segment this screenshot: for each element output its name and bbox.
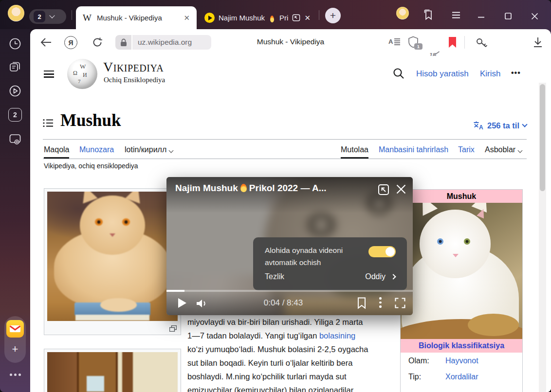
wiki-link[interactable]: bolasining: [319, 331, 355, 340]
tabs-panel-icon[interactable]: 2: [8, 108, 22, 122]
site-security-button[interactable]: [115, 35, 131, 50]
minimize-button[interactable]: [478, 17, 484, 18]
account-avatar[interactable]: [396, 7, 409, 19]
tab-manbasini-tahrirlash[interactable]: Manbasini tahrirlash: [379, 145, 448, 154]
tab-mutolaa[interactable]: Mutolaa: [341, 145, 368, 154]
video-time: 0:04 / 8:43: [244, 298, 322, 308]
chevron-down-icon: [169, 148, 174, 153]
tab-tarix[interactable]: Tarix: [458, 145, 475, 154]
pip-header: Najim MushukPrikol 2022 — A...: [166, 177, 413, 213]
reader-mode-icon[interactable]: A: [388, 38, 400, 46]
bookmark-video-icon[interactable]: [356, 297, 367, 309]
wiki-more-icon[interactable]: •••: [511, 69, 521, 77]
chevron-down-icon: [518, 148, 523, 153]
volume-icon[interactable]: [196, 298, 208, 309]
video-controls: 0:04 / 8:43: [166, 292, 413, 315]
browser-sidebar: 2 +: [0, 29, 30, 392]
menu-icon[interactable]: [452, 12, 460, 18]
globe-glyph: W: [80, 63, 86, 71]
adblock-shield-icon[interactable]: 1: [408, 36, 421, 49]
tabs-count: 2: [13, 111, 17, 119]
reader-glyph: A: [388, 38, 393, 45]
picture-in-picture-icon[interactable]: [292, 14, 300, 21]
yandex-services-button[interactable]: Я: [64, 36, 77, 49]
video-site-favicon: [204, 13, 215, 23]
tab-variant-selector[interactable]: lotin/кирилл: [125, 145, 173, 154]
taxobox-section-title[interactable]: Biologik klassifikatsiya: [401, 339, 522, 353]
row-label: Olam:: [408, 356, 429, 365]
screenshot-icon[interactable]: [8, 132, 22, 146]
wikipedia-logo[interactable]: W Ω И 7: [67, 59, 97, 89]
tab-close-icon[interactable]: ✕: [304, 14, 311, 22]
pip-close-icon[interactable]: [396, 184, 406, 195]
download-icon[interactable]: [533, 36, 543, 48]
row-label: Tip:: [408, 373, 421, 381]
fullscreen-icon[interactable]: [394, 297, 406, 309]
feed-pages-icon[interactable]: [8, 60, 22, 74]
tab-close-icon[interactable]: ✕: [184, 14, 190, 22]
speed-value[interactable]: Oddiy: [365, 272, 386, 281]
wiki-link[interactable]: Hayvonot: [445, 356, 478, 365]
globe-glyph: Ω: [73, 70, 77, 77]
collections-flag-icon[interactable]: [422, 9, 434, 21]
video-progress-bar[interactable]: [166, 290, 413, 292]
video-more-icon[interactable]: [379, 297, 382, 308]
close-window-button[interactable]: [531, 13, 538, 20]
address-bar[interactable]: uz.wikipedia.org: [132, 35, 211, 50]
tab-group-pill[interactable]: 2: [29, 9, 66, 24]
new-tab-button[interactable]: +: [325, 8, 341, 23]
tab-title: Mushuk - Vikipediya: [97, 14, 178, 22]
globe-glyph: 7: [78, 78, 81, 84]
wiki-menu-icon[interactable]: [44, 71, 54, 78]
enlarge-icon[interactable]: [169, 325, 177, 332]
profile-avatar[interactable]: [8, 5, 24, 21]
svg-text:A: A: [479, 124, 483, 130]
wiki-wordmark[interactable]: Vikipediya: [103, 60, 164, 74]
toggle-knob: [386, 247, 395, 256]
tab-maqola[interactable]: Maqola: [44, 145, 69, 154]
password-key-icon[interactable]: [475, 36, 489, 49]
language-count: 256 ta til: [487, 121, 519, 130]
tab-video[interactable]: Najim Mushuk Pri ✕: [200, 6, 315, 29]
tab-asboblar[interactable]: Asboblar: [485, 145, 522, 154]
maximize-button[interactable]: [505, 13, 512, 19]
article-figure-cat2[interactable]: [44, 349, 181, 392]
cat-on-book-image: [47, 192, 178, 321]
back-to-tab-icon[interactable]: [377, 183, 390, 196]
autopip-toggle[interactable]: [368, 246, 396, 257]
tab-wikipedia[interactable]: W Mushuk - Vikipediya ✕: [76, 6, 197, 29]
yandex-mail-icon[interactable]: [6, 320, 24, 338]
page-scrollbar[interactable]: [539, 83, 546, 392]
toc-icon[interactable]: [43, 119, 54, 127]
bookmark-filled-icon[interactable]: [449, 37, 456, 48]
play-button[interactable]: [178, 298, 186, 308]
video-play-icon[interactable]: [8, 84, 22, 98]
refresh-icon[interactable]: [92, 36, 103, 48]
blocked-count-badge: 1: [414, 43, 422, 50]
language-selector[interactable]: A 256 ta til: [473, 121, 527, 130]
speed-label: Tezlik: [265, 272, 284, 281]
wiki-link[interactable]: Xordalilar: [445, 373, 478, 381]
paragraph-line-clipped: emizuvchilar (kemiruvchilar) bilan oziql…: [187, 383, 353, 392]
search-icon[interactable]: [392, 67, 405, 80]
page-title: Mushuk - Vikipediya: [257, 37, 324, 46]
pip-video-overlay[interactable]: Najim MushukPrikol 2022 — A... Alohida o…: [166, 177, 413, 315]
login-link[interactable]: Kirish: [480, 69, 501, 79]
history-icon[interactable]: [8, 37, 22, 51]
progress-played: [166, 290, 184, 292]
taxobox-row: Tip: Xordalilar: [401, 369, 522, 385]
pip-settings-popup: Alohida oynada videoni avtomatik ochish …: [253, 237, 407, 290]
back-button[interactable]: [40, 37, 52, 48]
divider: [464, 36, 465, 49]
variant-label: lotin/кирилл: [125, 145, 166, 154]
tab-munozara[interactable]: Munozara: [79, 145, 114, 154]
article-tabs: Maqola Munozara lotin/кирилл Mutolaa Man…: [43, 143, 527, 159]
sidebar-more-icon[interactable]: [10, 374, 21, 376]
scrollbar-thumb[interactable]: [540, 84, 545, 191]
taxobox-title: Mushuk: [401, 190, 522, 203]
article-figure-cat[interactable]: [44, 188, 181, 335]
kitten-image[interactable]: [401, 203, 522, 339]
chevron-down-icon: [522, 122, 527, 127]
add-app-button[interactable]: +: [9, 343, 21, 356]
create-account-link[interactable]: Hisob yaratish: [416, 69, 469, 79]
